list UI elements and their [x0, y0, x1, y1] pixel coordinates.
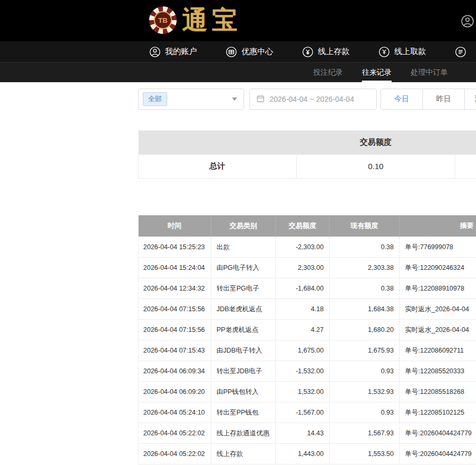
summary-header-empty2: [455, 130, 476, 154]
type-select[interactable]: 全部: [138, 89, 244, 110]
nav-label: 我的账户: [165, 47, 197, 57]
col-note: 摘要: [400, 215, 476, 237]
filter-row: 全部 2026-04-04 ~ 2026-04-04 今日 昨日 近一周: [138, 89, 476, 110]
nav-item-records[interactable]: [455, 46, 471, 58]
cell-balance: 2,303.38: [330, 258, 400, 278]
cell-amount: 1,532.00: [276, 382, 330, 402]
cell-time: 2026-04-04 12:34:32: [139, 278, 211, 299]
content: 全部 2026-04-04 ~ 2026-04-04 今日 昨日 近一周 交易额…: [138, 89, 476, 464]
cell-amount: 2,303.00: [276, 258, 330, 278]
poker-chip-icon: TB: [149, 6, 177, 34]
cell-type: JDB老虎机返点: [211, 299, 276, 320]
deposit-icon: [302, 46, 314, 58]
cell-type: 转出至PG电子: [211, 278, 276, 299]
cell-time: 2026-04-04 06:09:20: [139, 382, 211, 402]
cell-balance: 0.93: [330, 402, 400, 423]
cell-note: 单号:122085520333: [400, 361, 476, 382]
table-row: 2026-04-04 15:25:23出款-2,303.000.38单号:776…: [139, 237, 476, 258]
cell-note: 单号:122090246324: [400, 258, 476, 278]
tab-betting-records[interactable]: 投注纪录: [313, 63, 343, 82]
cell-type: 线上存款通道优惠: [211, 423, 276, 444]
cell-amount: 14.43: [276, 423, 330, 444]
logo-badge: TB: [154, 11, 172, 29]
cell-type: 由PG电子转入: [211, 258, 276, 278]
table-row: 2026-04-04 07:15:56JDB老虎机返点4.181,684.38实…: [139, 299, 476, 320]
records-tbody: 2026-04-04 15:25:23出款-2,303.000.38单号:776…: [139, 237, 476, 464]
table-row: 2026-04-04 06:09:20由PP钱包转入1,532.001,532.…: [139, 382, 476, 402]
summary-table: 交易额度 总计 0.10: [138, 130, 476, 179]
nav-item-promotions[interactable]: 优惠中心: [226, 46, 273, 58]
nav-item-my-account[interactable]: 我的账户: [149, 46, 197, 58]
cell-note: 单号:20260404424779: [400, 423, 476, 444]
summary-total-value: 0.10: [297, 154, 455, 178]
cell-note: 单号:122085102125: [400, 402, 476, 423]
summary-header-amount: 交易额度: [297, 130, 455, 154]
cell-time: 2026-04-04 15:24:04: [139, 258, 211, 278]
table-row: 2026-04-04 06:09:34转出至JDB电子-1,532.000.93…: [139, 361, 476, 382]
quick-filter-week[interactable]: 近一周: [464, 89, 476, 110]
cell-amount: -1,567.00: [276, 402, 330, 423]
cell-time: 2026-04-04 05:22:02: [139, 444, 211, 464]
tab-label: 处理中订单: [411, 68, 448, 77]
summary-total-extra: [455, 154, 476, 178]
selected-type-tag: 全部: [143, 92, 167, 106]
quick-filter-today[interactable]: 今日: [380, 89, 423, 110]
tab-transaction-records[interactable]: 往来记录: [362, 63, 392, 82]
tab-label: 往来记录: [362, 68, 392, 77]
profile-icon[interactable]: [461, 14, 474, 30]
cell-note: 单号:122088910978: [400, 278, 476, 299]
nav-label: 线上取款: [394, 47, 426, 57]
nav-item-deposit[interactable]: 线上存款: [302, 46, 350, 58]
table-row: 2026-04-04 05:22:02线上存款通道优惠14.431,567.93…: [139, 423, 476, 444]
promo-icon: [226, 46, 237, 58]
cell-balance: 1,675.93: [330, 340, 400, 361]
calendar-icon: [256, 94, 265, 104]
table-row: 2026-04-04 05:24:10转出至PP钱包-1,567.000.93单…: [139, 402, 476, 423]
cell-type: 线上存款: [211, 444, 276, 464]
cell-balance: 0.38: [330, 278, 400, 299]
cell-balance: 1,680.20: [330, 320, 400, 340]
table-row: 2026-04-04 15:24:04由PG电子转入2,303.002,303.…: [139, 258, 476, 278]
cell-balance: 1,553.50: [330, 444, 400, 464]
nav-label: 线上存款: [318, 47, 350, 57]
cell-time: 2026-04-04 07:15:56: [139, 299, 211, 320]
cell-balance: 1,532.93: [330, 382, 400, 402]
date-range-input[interactable]: 2026-04-04 ~ 2026-04-04: [249, 89, 377, 110]
summary-total-row: 总计 0.10: [139, 154, 476, 178]
summary-header-empty: [139, 130, 297, 154]
cell-type: 由PP钱包转入: [211, 382, 276, 402]
cell-amount: -1,532.00: [276, 361, 330, 382]
cell-balance: 1,684.38: [330, 299, 400, 320]
cell-balance: 0.93: [330, 361, 400, 382]
cell-type: 出款: [211, 237, 276, 258]
user-icon: [149, 46, 161, 58]
cell-balance: 1,567.93: [330, 423, 400, 444]
table-row: 2026-04-04 07:15:56PP老虎机返点4.271,680.20实时…: [139, 320, 476, 340]
nav-item-withdraw[interactable]: 线上取款: [378, 46, 426, 58]
quick-filter-yesterday[interactable]: 昨日: [422, 89, 465, 110]
cell-time: 2026-04-04 07:15:43: [139, 340, 211, 361]
main-nav: 我的账户 优惠中心 线上存款 线上取款: [0, 41, 476, 62]
cell-amount: 4.27: [276, 320, 330, 340]
cell-type: 由JDB电子转入: [211, 340, 276, 361]
cell-type: 转出至PP钱包: [211, 402, 276, 423]
tab-label: 投注纪录: [313, 68, 343, 77]
cell-amount: 1,675.00: [276, 340, 330, 361]
cell-time: 2026-04-04 06:09:34: [139, 361, 211, 382]
cell-time: 2026-04-04 15:25:23: [139, 237, 211, 258]
cell-time: 2026-04-04 05:22:02: [139, 423, 211, 444]
col-balance: 现有额度: [330, 215, 400, 237]
summary-header-row: 交易额度: [139, 130, 476, 154]
col-amount: 交易额度: [276, 215, 330, 237]
quick-date-buttons: 今日 昨日 近一周: [380, 89, 476, 110]
cell-note: 单号:20260404424779: [400, 444, 476, 464]
cell-amount: 1,443.00: [276, 444, 330, 464]
cell-note: 实时返水_2026-04-04: [400, 299, 476, 320]
tab-processing-orders[interactable]: 处理中订单: [411, 63, 448, 82]
table-row: 2026-04-04 07:15:43由JDB电子转入1,675.001,675…: [139, 340, 476, 361]
cell-type: PP老虎机返点: [211, 320, 276, 340]
record-tabs: 投注纪录 往来记录 处理中订单: [0, 62, 476, 82]
summary-total-label: 总计: [139, 154, 297, 178]
logo[interactable]: TB 通宝: [149, 6, 241, 34]
records-table: 时间 交易类别 交易额度 现有额度 摘要 2026-04-04 15:25:23…: [138, 215, 476, 465]
